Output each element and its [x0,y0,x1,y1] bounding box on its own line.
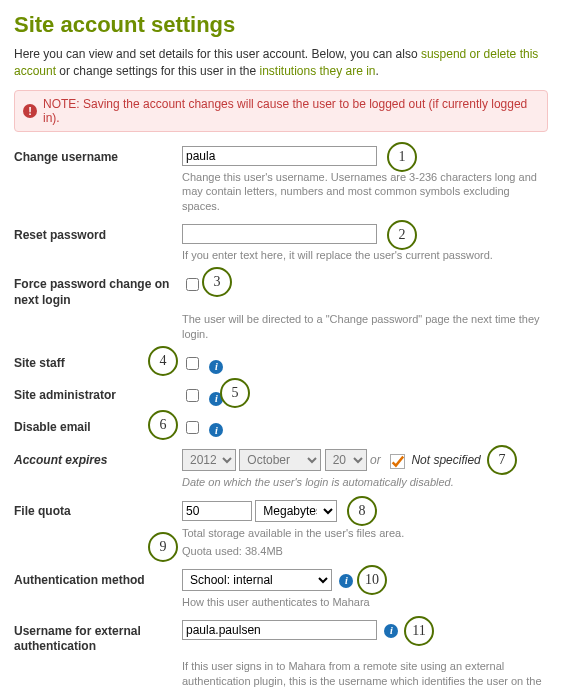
change-username-input[interactable] [182,146,377,166]
auth-method-select[interactable]: School: internal [182,569,332,591]
ext-username-help: If this user signs in to Mahara from a r… [182,659,548,688]
expires-day-select[interactable]: 20 [325,449,367,471]
alert-icon: ! [23,104,37,118]
reset-password-input[interactable] [182,224,377,244]
annotation-2: 2 [387,220,417,250]
info-icon[interactable]: i [339,574,353,588]
not-specified-label: Not specified [411,453,480,467]
not-specified-checkbox[interactable] [390,454,405,469]
page-title: Site account settings [14,12,548,38]
logout-warning: ! NOTE: Saving the account changes will … [14,90,548,132]
annotation-11: 11 [404,616,434,646]
intro-text: Here you can view and set details for th… [14,46,548,80]
disable-email-checkbox[interactable] [186,421,199,434]
or-text: or [370,453,381,467]
annotation-7: 7 [487,445,517,475]
file-quota-input[interactable] [182,501,252,521]
file-quota-help2: Quota used: 38.4MB [182,544,548,559]
institutions-link[interactable]: institutions they are in [259,64,375,78]
force-password-label: Force password change on next login [14,273,182,308]
account-expires-help: Date on which the user's login is automa… [182,475,548,490]
annotation-4: 4 [148,346,178,376]
info-icon[interactable]: i [209,423,223,437]
site-admin-checkbox[interactable] [186,389,199,402]
info-icon[interactable]: i [384,624,398,638]
auth-method-help: How this user authenticates to Mahara [182,595,548,610]
ext-username-input[interactable] [182,620,377,640]
annotation-3: 3 [202,267,232,297]
annotation-5: 5 [220,378,250,408]
site-staff-checkbox[interactable] [186,357,199,370]
force-password-checkbox[interactable] [186,278,199,291]
reset-password-label: Reset password [14,224,182,242]
change-username-help: Change this user's username. Usernames a… [182,170,548,215]
annotation-1: 1 [387,142,417,172]
info-icon[interactable]: i [209,360,223,374]
file-quota-unit-select[interactable]: Megabytes [255,500,337,522]
reset-password-help: If you enter text here, it will replace … [182,248,548,263]
annotation-10: 10 [357,565,387,595]
site-admin-label: Site administrator [14,384,182,402]
annotation-6: 6 [148,410,178,440]
change-username-label: Change username [14,146,182,164]
ext-username-label: Username for external authentication [14,620,182,655]
file-quota-label: File quota [14,500,182,518]
expires-month-select[interactable]: October [239,449,321,471]
file-quota-help1: Total storage available in the user's fi… [182,526,548,541]
expires-year-select[interactable]: 2012 [182,449,236,471]
annotation-9: 9 [148,532,178,562]
account-expires-label: Account expires [14,449,182,467]
force-password-help: The user will be directed to a "Change p… [182,312,548,342]
annotation-8: 8 [347,496,377,526]
auth-method-label: Authentication method [14,569,182,587]
